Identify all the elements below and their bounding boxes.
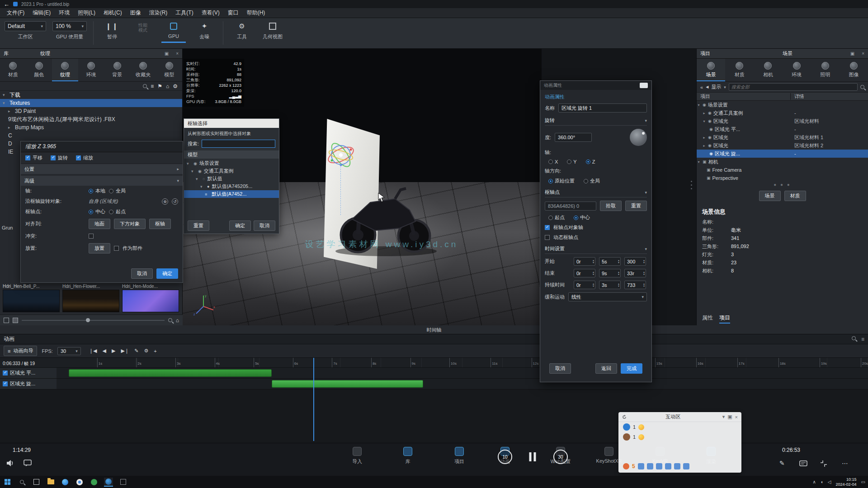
- forward-30-button[interactable]: 30: [553, 450, 568, 464]
- collision-checkbox[interactable]: [89, 234, 94, 239]
- pause-button[interactable]: ❙❙ 暂停: [100, 21, 124, 43]
- rotation-section-header[interactable]: 旋转 ▾: [545, 116, 647, 126]
- system-clock[interactable]: 10:15 2024-02-04: [836, 477, 857, 487]
- thumbnail-hdri-2[interactable]: Hdri_Hen-Flower...: [62, 284, 119, 312]
- library-tab[interactable]: 收藏夹: [130, 59, 156, 81]
- dir-global-radio[interactable]: 全局: [584, 178, 600, 184]
- search-icon[interactable]: [143, 84, 147, 88]
- rotation-gizmo[interactable]: [323, 137, 359, 173]
- eye-icon[interactable]: ◉: [709, 127, 713, 131]
- gpu-mode-button[interactable]: GPU: [161, 21, 186, 43]
- library-item-bumpmaps[interactable]: ▸ Bump Maps: [0, 123, 182, 131]
- start-spinner-3[interactable]: 300▴▾: [624, 257, 646, 266]
- search-icon[interactable]: [852, 336, 856, 340]
- menu-item[interactable]: 帮助(H): [243, 8, 269, 18]
- project-tab[interactable]: 照明: [811, 59, 840, 81]
- end-spinner-3[interactable]: 33r▴▾: [624, 269, 646, 277]
- menu-item[interactable]: 工具(T): [171, 8, 197, 18]
- thumbnail-hdri-3[interactable]: Hdri_Hen-Mode...: [122, 284, 179, 312]
- emote-icon[interactable]: [656, 463, 662, 469]
- back-icon[interactable]: ◀: [706, 85, 708, 89]
- pivot-tree-row[interactable]: ▾◉ 交通工具案例: [184, 167, 279, 175]
- timeline-dock-title[interactable]: 时间轴: [0, 325, 868, 334]
- rotation-dial[interactable]: [630, 129, 647, 146]
- workspace-selector[interactable]: Default▾ 工作区: [5, 21, 46, 43]
- exit-fullscreen-icon[interactable]: [820, 460, 827, 467]
- scene-tree-row[interactable]: ▸◉区域光 区域光材料 2: [697, 141, 868, 150]
- skip-start-button[interactable]: ❘◀: [89, 348, 97, 354]
- close-icon[interactable]: ×: [735, 414, 738, 420]
- column-header-item[interactable]: 项目: [697, 93, 791, 100]
- pick-target-icon[interactable]: ⊕: [162, 198, 168, 205]
- file-explorer-icon[interactable]: [46, 478, 55, 487]
- library-item-textures[interactable]: ▾ Textures: [0, 99, 182, 107]
- dialog-header-button[interactable]: [640, 83, 648, 88]
- pivot-tree-row[interactable]: ▾● 默认值(A745205...: [184, 183, 279, 190]
- pivot-center-radio[interactable]: 中心: [574, 214, 590, 221]
- scene-tree-row[interactable]: ▾◉区域光 区域光材料: [697, 117, 868, 125]
- scene-tree-row[interactable]: ▸◉区域光 区域光材料 1: [697, 133, 868, 141]
- app-icon-misc[interactable]: [118, 478, 127, 487]
- align-pivot-button[interactable]: 枢轴: [149, 219, 171, 229]
- taskbar-search-icon[interactable]: [17, 478, 26, 487]
- duration-spinner-2[interactable]: 3s▴▾: [599, 281, 621, 289]
- reset-icon[interactable]: ↺: [172, 198, 178, 205]
- flag-icon[interactable]: ⚑: [157, 83, 162, 89]
- align-below-button[interactable]: 下方对象: [114, 219, 146, 229]
- pivot-search-input[interactable]: [202, 140, 275, 148]
- tools-button[interactable]: ⚙ 工具: [230, 21, 254, 43]
- rewind-10-button[interactable]: 10: [498, 450, 512, 464]
- pivot-section-header[interactable]: 枢轴点 ▾: [545, 188, 647, 197]
- eye-icon[interactable]: ◉: [708, 111, 712, 115]
- gpu-usage-selector[interactable]: 100 %▾ GPU 使用量: [52, 21, 87, 43]
- panel-close-icon[interactable]: ×: [862, 51, 864, 56]
- pivot-center-radio[interactable]: 中心: [89, 208, 105, 215]
- as-part-checkbox[interactable]: [114, 246, 119, 251]
- pen-icon[interactable]: ✎: [779, 460, 785, 467]
- start-button[interactable]: [3, 478, 12, 487]
- task-view-icon[interactable]: [32, 478, 41, 487]
- zoom-icon[interactable]: [168, 318, 172, 322]
- library-item-c[interactable]: C: [0, 131, 182, 140]
- library-tab[interactable]: 颜色: [26, 59, 52, 81]
- timeline-playhead[interactable]: [313, 358, 314, 441]
- eye-icon[interactable]: ◉: [703, 103, 706, 107]
- scene-button[interactable]: 场景: [759, 191, 781, 201]
- list-view-icon[interactable]: [4, 318, 9, 323]
- emote-icon[interactable]: [683, 463, 689, 469]
- timeline-ruler[interactable]: 1s2s3s4s5s6s7s8s9s10s11s12s13s14s15s16s1…: [57, 358, 868, 367]
- scene-tree-row[interactable]: ▣Perspective: [697, 174, 868, 182]
- expand-icon[interactable]: ▣: [727, 414, 732, 420]
- library-tab[interactable]: 环境: [78, 59, 104, 81]
- dock-project-button[interactable]: 项目: [440, 447, 479, 465]
- scene-tree-row[interactable]: ◉区域光 平... -: [697, 125, 868, 133]
- duration-spinner-1[interactable]: 0r▴▾: [574, 281, 595, 289]
- track-checkbox[interactable]: [3, 381, 8, 386]
- display-dropdown[interactable]: 显示: [711, 84, 721, 90]
- home-icon[interactable]: ⌂: [166, 83, 169, 89]
- project-tab[interactable]: 图像: [840, 59, 868, 81]
- performance-mode-button[interactable]: 性能模式: [131, 21, 155, 35]
- menu-item[interactable]: 相机(C): [99, 8, 126, 18]
- pivot-tree-row-selected[interactable]: ≡ 默认值(A7452...: [184, 190, 279, 198]
- geometry-view-button[interactable]: 几何视图: [260, 21, 285, 43]
- reset-button[interactable]: 重置: [188, 221, 209, 231]
- library-tab[interactable]: 模型: [156, 59, 182, 81]
- menu-item[interactable]: 渲染(R): [145, 8, 172, 18]
- reset-button[interactable]: 重置: [625, 201, 647, 211]
- step-forward-button[interactable]: ▶❘: [121, 348, 129, 354]
- library-item-3dpaint[interactable]: ▸ 3D Paint: [0, 107, 182, 115]
- animation-clip-translate[interactable]: [69, 369, 272, 377]
- dock-import-button[interactable]: 导入: [338, 447, 377, 465]
- animation-name-field[interactable]: 区域光 旋转 1: [558, 103, 647, 113]
- place-button[interactable]: 放置: [89, 243, 110, 253]
- duration-spinner-3[interactable]: 733▴▾: [624, 281, 646, 289]
- emote-icon[interactable]: [647, 463, 653, 469]
- scene-tree-row[interactable]: ▣Free Camera: [697, 166, 868, 174]
- thumbnail-size-slider[interactable]: [22, 320, 165, 321]
- back-arrow-icon[interactable]: ←: [4, 1, 9, 8]
- panel-dock-icon[interactable]: ▣: [850, 51, 854, 56]
- library-tab[interactable]: 纹理: [52, 59, 78, 81]
- panel-dock-icon[interactable]: ▣: [165, 51, 169, 56]
- volume-icon[interactable]: [6, 460, 14, 467]
